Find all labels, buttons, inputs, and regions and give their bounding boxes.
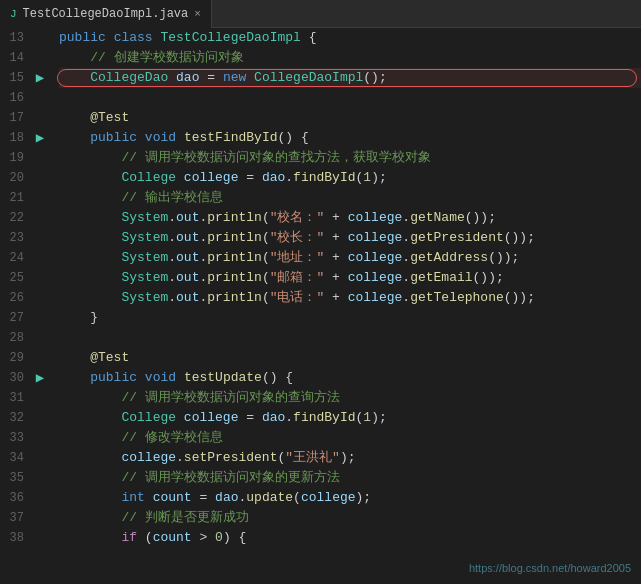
code-line: System.out.println("校名：" + college.getNa… — [59, 208, 641, 228]
line-number: 24 — [0, 248, 30, 268]
active-tab[interactable]: J TestCollegeDaoImpl.java × — [0, 0, 212, 28]
line-number: 37 — [0, 508, 30, 528]
code-line: college.setPresident("王洪礼"); — [59, 448, 641, 468]
java-file-icon: J — [10, 8, 17, 20]
gutter-row: 25 — [0, 268, 55, 288]
watermark: https://blog.csdn.net/howard2005 — [469, 562, 631, 574]
code-line: public class TestCollegeDaoImpl { — [59, 28, 641, 48]
line-number: 21 — [0, 188, 30, 208]
gutter-row: 23 — [0, 228, 55, 248]
code-line: System.out.println("电话：" + college.getTe… — [59, 288, 641, 308]
code-line: // 创建学校数据访问对象 — [59, 48, 641, 68]
line-number: 35 — [0, 468, 30, 488]
code-line: // 输出学校信息 — [59, 188, 641, 208]
gutter-row: 15▶ — [0, 68, 55, 88]
code-line: if (count > 0) { — [59, 528, 641, 548]
code-line: int count = dao.update(college); — [59, 488, 641, 508]
code-line: System.out.println("校长：" + college.getPr… — [59, 228, 641, 248]
tab-bar: J TestCollegeDaoImpl.java × — [0, 0, 641, 28]
code-line: public void testFindById() { — [59, 128, 641, 148]
gutter-row: 20 — [0, 168, 55, 188]
code-line — [59, 88, 641, 108]
code-line: @Test — [59, 108, 641, 128]
gutter-row: 31 — [0, 388, 55, 408]
code-line: // 调用学校数据访问对象的更新方法 — [59, 468, 641, 488]
gutter-row: 28 — [0, 328, 55, 348]
line-number: 34 — [0, 448, 30, 468]
gutter: 131415▶161718▶192021222324252627282930▶3… — [0, 28, 55, 584]
code-line: @Test — [59, 348, 641, 368]
gutter-row: 29 — [0, 348, 55, 368]
code-line: // 判断是否更新成功 — [59, 508, 641, 528]
line-number: 13 — [0, 28, 30, 48]
line-number: 36 — [0, 488, 30, 508]
code-line: System.out.println("地址：" + college.getAd… — [59, 248, 641, 268]
line-number: 22 — [0, 208, 30, 228]
line-number: 25 — [0, 268, 30, 288]
line-number: 30 — [0, 368, 30, 388]
gutter-row: 13 — [0, 28, 55, 48]
code-line: } — [59, 308, 641, 328]
tab-close-button[interactable]: × — [194, 8, 201, 20]
code-line: // 调用学校数据访问对象的查询方法 — [59, 388, 641, 408]
code-line: College college = dao.findById(1); — [59, 168, 641, 188]
gutter-row: 34 — [0, 448, 55, 468]
gutter-row: 32 — [0, 408, 55, 428]
code-line: CollegeDao dao = new CollegeDaoImpl(); — [59, 68, 641, 88]
line-number: 29 — [0, 348, 30, 368]
line-number: 16 — [0, 88, 30, 108]
line-number: 17 — [0, 108, 30, 128]
line-number: 28 — [0, 328, 30, 348]
line-number: 33 — [0, 428, 30, 448]
code-line: public void testUpdate() { — [59, 368, 641, 388]
gutter-row: 26 — [0, 288, 55, 308]
line-number: 20 — [0, 168, 30, 188]
line-number: 26 — [0, 288, 30, 308]
gutter-row: 18▶ — [0, 128, 55, 148]
gutter-row: 17 — [0, 108, 55, 128]
line-number: 19 — [0, 148, 30, 168]
code-content: public class TestCollegeDaoImpl { // 创建学… — [55, 28, 641, 584]
editor-window: J TestCollegeDaoImpl.java × 131415▶16171… — [0, 0, 641, 584]
gutter-row: 38 — [0, 528, 55, 548]
gutter-row: 14 — [0, 48, 55, 68]
gutter-row: 33 — [0, 428, 55, 448]
line-number: 38 — [0, 528, 30, 548]
line-number: 18 — [0, 128, 30, 148]
run-icon[interactable]: ▶ — [30, 368, 50, 388]
gutter-row: 37 — [0, 508, 55, 528]
line-number: 23 — [0, 228, 30, 248]
gutter-row: 21 — [0, 188, 55, 208]
code-line — [59, 328, 641, 348]
gutter-row: 27 — [0, 308, 55, 328]
gutter-row: 24 — [0, 248, 55, 268]
line-number: 27 — [0, 308, 30, 328]
line-number: 32 — [0, 408, 30, 428]
gutter-row: 30▶ — [0, 368, 55, 388]
tab-filename: TestCollegeDaoImpl.java — [23, 7, 189, 21]
gutter-row: 35 — [0, 468, 55, 488]
gutter-row: 16 — [0, 88, 55, 108]
gutter-row: 22 — [0, 208, 55, 228]
line-number: 14 — [0, 48, 30, 68]
code-line: College college = dao.findById(1); — [59, 408, 641, 428]
line-number: 15 — [0, 68, 30, 88]
code-line: System.out.println("邮箱：" + college.getEm… — [59, 268, 641, 288]
editor-area: 131415▶161718▶192021222324252627282930▶3… — [0, 28, 641, 584]
run-icon[interactable]: ▶ — [30, 68, 50, 88]
gutter-row: 19 — [0, 148, 55, 168]
code-line: // 调用学校数据访问对象的查找方法，获取学校对象 — [59, 148, 641, 168]
code-line: // 修改学校信息 — [59, 428, 641, 448]
run-icon[interactable]: ▶ — [30, 128, 50, 148]
line-number: 31 — [0, 388, 30, 408]
gutter-row: 36 — [0, 488, 55, 508]
